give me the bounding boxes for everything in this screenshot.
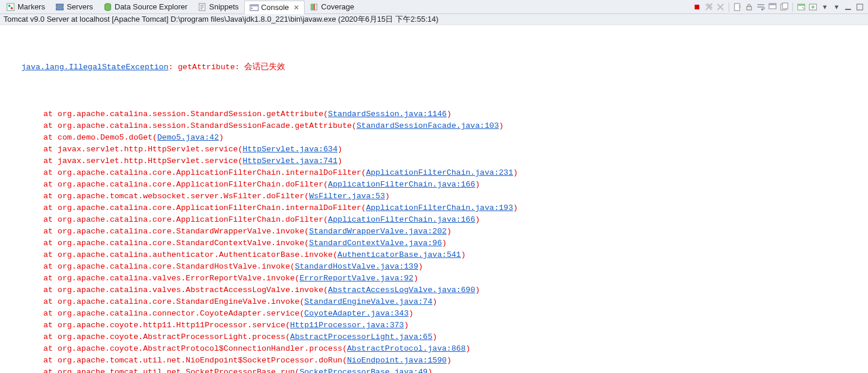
stack-suffix: ) — [475, 286, 480, 294]
stack-suffix: ) — [466, 344, 470, 353]
stacktrace-line: at org.apache.catalina.core.ApplicationF… — [2, 167, 866, 179]
stack-source-link[interactable]: StandardSession.java:1146 — [328, 110, 447, 118]
stack-prefix: at org.apache.catalina.core.ApplicationF… — [43, 180, 328, 189]
stacktrace-line: at org.apache.tomcat.util.net.SocketProc… — [2, 367, 866, 373]
tab-snippets[interactable]: Snippets — [193, 0, 244, 13]
stack-source-link[interactable]: AbstractProcessorLight.java:65 — [290, 333, 432, 341]
stack-suffix: ) — [499, 121, 504, 130]
stacktrace-line: at org.apache.catalina.core.StandardWrap… — [2, 226, 866, 238]
stack-source-link[interactable]: AbstractProtocol.java:868 — [347, 344, 466, 353]
tab-datasource-explorer[interactable]: Data Source Explorer — [98, 0, 193, 13]
stacktrace-line: at org.apache.catalina.session.StandardS… — [2, 120, 866, 132]
stack-source-link[interactable]: StandardEngineValve.java:74 — [305, 297, 433, 306]
maximize-icon[interactable] — [855, 2, 864, 12]
stack-suffix: ) — [447, 110, 452, 118]
stack-source-link[interactable]: ApplicationFilterChain.java:166 — [328, 180, 475, 189]
stack-prefix: at org.apache.coyote.AbstractProtocol$Co… — [43, 344, 347, 353]
stacktrace-line: at org.apache.catalina.core.ApplicationF… — [2, 179, 866, 191]
view-menu-icon[interactable]: ▾ — [832, 2, 841, 12]
stack-source-link[interactable]: StandardWrapperValve.java:202 — [309, 227, 447, 236]
stack-source-link[interactable]: ApplicationFilterChain.java:166 — [328, 215, 475, 224]
stack-source-link[interactable]: StandardSessionFacade.java:103 — [357, 121, 499, 130]
stack-prefix: at org.apache.catalina.core.ApplicationF… — [43, 204, 366, 212]
stack-source-link[interactable]: AbstractAccessLogValve.java:690 — [328, 286, 475, 294]
stack-prefix: at org.apache.catalina.session.StandardS… — [43, 121, 357, 130]
stacktrace-line: at org.apache.catalina.core.StandardHost… — [2, 261, 866, 273]
stack-suffix: ) — [428, 368, 432, 373]
exception-class-link[interactable]: java.lang.IllegalStateException — [21, 63, 168, 72]
stack-source-link[interactable]: CoyoteAdapter.java:343 — [305, 309, 409, 318]
svg-rect-8 — [250, 5, 258, 6]
svg-rect-22 — [857, 4, 863, 10]
pin-console-button[interactable] — [768, 2, 777, 12]
svg-rect-18 — [782, 3, 788, 9]
stacktrace-line: at org.apache.coyote.AbstractProcessorLi… — [2, 331, 866, 343]
stack-source-link[interactable]: ApplicationFilterChain.java:231 — [366, 168, 513, 177]
svg-rect-16 — [769, 4, 776, 5]
stack-source-link[interactable]: ErrorReportValve.java:92 — [299, 274, 413, 283]
stacktrace-line: at com.demo.Demo5.doGet(Demo5.java:42) — [2, 132, 866, 144]
tab-servers[interactable]: Servers — [50, 0, 98, 13]
stack-prefix: at org.apache.tomcat.websocket.server.Ws… — [43, 192, 309, 201]
clear-console-button[interactable] — [733, 2, 742, 12]
svg-rect-4 — [56, 8, 63, 10]
stack-prefix: at org.apache.tomcat.util.net.NioEndpoin… — [43, 356, 347, 365]
stack-prefix: at org.apache.catalina.valves.AbstractAc… — [43, 286, 328, 294]
stack-source-link[interactable]: Demo5.java:42 — [157, 133, 218, 142]
stack-source-link[interactable]: WsFilter.java:53 — [309, 192, 385, 201]
dropdown-icon[interactable]: ▾ — [820, 2, 829, 12]
stacktrace-line: at javax.servlet.http.HttpServlet.servic… — [2, 144, 866, 155]
stacktrace-line: at org.apache.coyote.http11.Http11Proces… — [2, 320, 866, 331]
svg-rect-0 — [7, 4, 14, 11]
stack-suffix: ) — [447, 356, 452, 365]
stack-prefix: at org.apache.coyote.http11.Http11Proces… — [43, 321, 290, 330]
terminate-button[interactable] — [692, 2, 702, 12]
svg-point-1 — [8, 5, 11, 7]
stack-prefix: at com.demo.Demo5.doGet( — [43, 133, 157, 142]
stack-suffix: ) — [409, 309, 414, 318]
console-output[interactable]: java.lang.IllegalStateException: getAttr… — [0, 25, 868, 373]
stack-prefix: at org.apache.catalina.core.StandardWrap… — [43, 227, 309, 236]
stack-suffix: ) — [432, 333, 437, 341]
display-selected-button[interactable] — [780, 2, 789, 12]
remove-launch-button — [704, 2, 713, 12]
minimize-icon[interactable] — [843, 2, 853, 12]
svg-rect-14 — [747, 6, 751, 10]
scroll-lock-button[interactable] — [744, 2, 754, 12]
stack-prefix: at org.apache.catalina.valves.ErrorRepor… — [43, 274, 299, 283]
status-text: Tomcat v9.0 Server at localhost [Apache … — [4, 14, 439, 25]
new-console-view-button[interactable] — [808, 2, 818, 12]
stack-source-link[interactable]: StandardContextValve.java:96 — [309, 239, 442, 247]
stack-source-link[interactable]: NioEndpoint.java:1590 — [347, 356, 446, 365]
stack-source-link[interactable]: StandardHostValve.java:139 — [295, 262, 418, 271]
close-icon[interactable]: ✕ — [291, 4, 299, 12]
tab-label: Console — [261, 3, 289, 12]
stack-source-link[interactable]: HttpServlet.java:634 — [242, 145, 337, 154]
tab-markers[interactable]: Markers — [1, 0, 50, 13]
stack-suffix: ) — [337, 157, 342, 165]
stack-source-link[interactable]: HttpServlet.java:741 — [242, 157, 337, 165]
word-wrap-button[interactable] — [756, 2, 766, 12]
svg-rect-20 — [798, 4, 805, 6]
tab-label: Data Source Explorer — [115, 2, 187, 11]
tab-console[interactable]: Console ✕ — [244, 1, 305, 14]
stacktrace-line: at org.apache.catalina.authenticator.Aut… — [2, 249, 866, 261]
tab-label: Snippets — [209, 2, 239, 11]
markers-icon — [6, 2, 15, 12]
stack-source-link[interactable]: SocketProcessorBase.java:49 — [299, 368, 428, 373]
stack-suffix: ) — [432, 297, 437, 306]
stack-suffix: ) — [513, 204, 518, 212]
open-console-button[interactable] — [797, 2, 806, 12]
stack-suffix: ) — [447, 227, 452, 236]
tab-coverage[interactable]: Coverage — [305, 0, 359, 13]
stack-suffix: ) — [219, 133, 224, 142]
stack-prefix: at org.apache.catalina.session.StandardS… — [43, 110, 328, 118]
tab-label: Coverage — [321, 2, 354, 11]
stack-source-link[interactable]: Http11Processor.java:373 — [290, 321, 404, 330]
stack-source-link[interactable]: AuthenticatorBase.java:541 — [337, 250, 461, 259]
stack-prefix: at org.apache.catalina.connector.CoyoteA… — [43, 309, 305, 318]
stacktrace-line: at org.apache.coyote.AbstractProtocol$Co… — [2, 343, 866, 355]
stack-prefix: at org.apache.catalina.core.ApplicationF… — [43, 168, 366, 177]
stacktrace-line: at org.apache.catalina.valves.ErrorRepor… — [2, 273, 866, 284]
stack-source-link[interactable]: ApplicationFilterChain.java:193 — [366, 204, 513, 212]
